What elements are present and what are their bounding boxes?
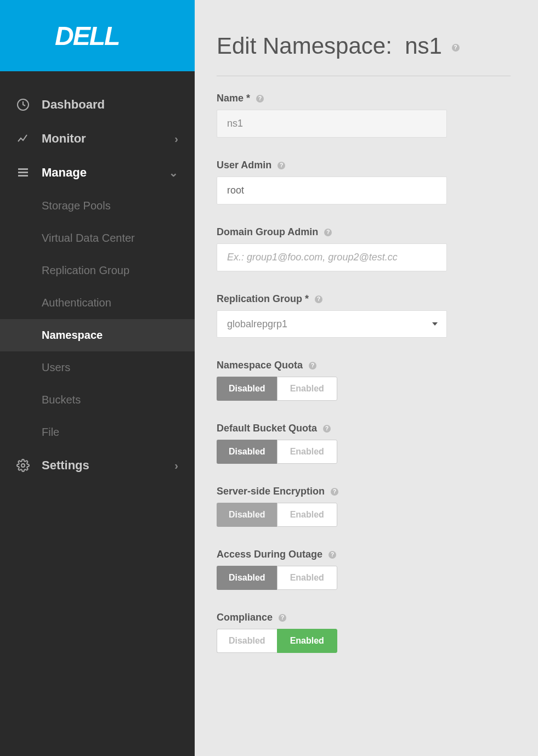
gear-icon <box>16 459 30 472</box>
compliance-label: Compliance ? <box>217 612 511 623</box>
bucket-quota-toggle: Disabled Enabled <box>217 440 337 464</box>
encryption-disabled-button[interactable]: Disabled <box>217 503 277 527</box>
name-label: Name * ? <box>217 93 511 104</box>
chart-icon <box>16 132 30 145</box>
encryption-label: Server-side Encryption ? <box>217 486 511 497</box>
submenu-authentication[interactable]: Authentication <box>0 287 195 319</box>
field-compliance: Compliance ? Disabled Enabled <box>217 612 511 653</box>
help-icon[interactable]: ? <box>256 95 264 103</box>
replication-group-label: Replication Group * ? <box>217 293 511 305</box>
domain-group-admin-label: Domain Group Admin ? <box>217 226 511 238</box>
svg-rect-2 <box>18 172 28 173</box>
svg-rect-3 <box>18 175 28 177</box>
replication-group-select[interactable]: globalrepgrp1 <box>217 310 447 338</box>
logo-header: DELL <box>0 0 195 71</box>
sidebar-item-label: Dashboard <box>42 98 178 112</box>
sidebar-item-label: Monitor <box>42 132 174 146</box>
chevron-right-icon: › <box>174 459 178 472</box>
help-icon[interactable]: ? <box>331 488 338 496</box>
bucket-quota-enabled-button[interactable]: Enabled <box>277 440 338 464</box>
svg-point-4 <box>21 464 25 467</box>
manage-submenu: Storage Pools Virtual Data Center Replic… <box>0 190 195 448</box>
sidebar-item-settings[interactable]: Settings › <box>0 448 195 482</box>
outage-label: Access During Outage ? <box>217 549 511 560</box>
compliance-disabled-button[interactable]: Disabled <box>217 629 277 653</box>
page-title: Edit Namespace: ns1 ? <box>217 33 511 76</box>
sidebar: DELL Dashboard Monitor › Manage ⌄ Storag… <box>0 0 195 756</box>
submenu-file[interactable]: File <box>0 416 195 448</box>
encryption-toggle: Disabled Enabled <box>217 503 337 527</box>
help-icon[interactable]: ? <box>452 44 460 52</box>
encryption-enabled-button[interactable]: Enabled <box>277 503 338 527</box>
bucket-quota-disabled-button[interactable]: Disabled <box>217 440 277 464</box>
chevron-right-icon: › <box>174 133 178 145</box>
name-input[interactable] <box>217 110 447 138</box>
help-icon[interactable]: ? <box>315 295 322 303</box>
submenu-replication-group[interactable]: Replication Group <box>0 254 195 287</box>
field-user-admin: User Admin ? <box>217 160 511 204</box>
sidebar-item-dashboard[interactable]: Dashboard <box>0 88 195 122</box>
outage-enabled-button[interactable]: Enabled <box>277 566 338 590</box>
namespace-quota-label: Namespace Quota ? <box>217 360 511 371</box>
submenu-namespace[interactable]: Namespace <box>0 319 195 351</box>
field-name: Name * ? <box>217 93 511 138</box>
sidebar-item-monitor[interactable]: Monitor › <box>0 122 195 156</box>
help-icon[interactable]: ? <box>279 614 286 622</box>
submenu-buckets[interactable]: Buckets <box>0 384 195 416</box>
chevron-down-icon: ⌄ <box>169 166 178 179</box>
sidebar-item-manage[interactable]: Manage ⌄ <box>0 156 195 190</box>
compliance-enabled-button[interactable]: Enabled <box>277 629 338 653</box>
compliance-toggle: Disabled Enabled <box>217 629 337 653</box>
submenu-users[interactable]: Users <box>0 351 195 384</box>
help-icon[interactable]: ? <box>278 162 285 169</box>
user-admin-label: User Admin ? <box>217 160 511 171</box>
sidebar-item-label: Manage <box>42 166 169 180</box>
namespace-quota-enabled-button[interactable]: Enabled <box>277 377 338 401</box>
outage-toggle: Disabled Enabled <box>217 566 337 590</box>
clock-icon <box>16 98 30 111</box>
namespace-quota-toggle: Disabled Enabled <box>217 377 337 401</box>
help-icon[interactable]: ? <box>323 425 331 433</box>
domain-group-admin-input[interactable] <box>217 243 447 271</box>
field-namespace-quota: Namespace Quota ? Disabled Enabled <box>217 360 511 401</box>
namespace-quota-disabled-button[interactable]: Disabled <box>217 377 277 401</box>
submenu-virtual-data-center[interactable]: Virtual Data Center <box>0 222 195 254</box>
help-icon[interactable]: ? <box>309 362 316 370</box>
main-content: Edit Namespace: ns1 ? Name * ? User Admi… <box>195 0 538 756</box>
page-title-prefix: Edit Namespace: <box>217 33 392 59</box>
grid-icon <box>16 166 30 179</box>
help-icon[interactable]: ? <box>329 551 336 559</box>
svg-rect-1 <box>18 168 28 170</box>
help-icon[interactable]: ? <box>324 229 332 236</box>
user-admin-input[interactable] <box>217 177 447 204</box>
field-replication-group: Replication Group * ? globalrepgrp1 <box>217 293 511 338</box>
outage-disabled-button[interactable]: Disabled <box>217 566 277 590</box>
submenu-storage-pools[interactable]: Storage Pools <box>0 190 195 222</box>
sidebar-item-label: Settings <box>42 458 174 473</box>
field-outage: Access During Outage ? Disabled Enabled <box>217 549 511 590</box>
page-title-value: ns1 <box>405 33 442 59</box>
field-bucket-quota: Default Bucket Quota ? Disabled Enabled <box>217 423 511 464</box>
brand-logo: DELL <box>55 21 119 51</box>
field-encryption: Server-side Encryption ? Disabled Enable… <box>217 486 511 527</box>
main-nav: Dashboard Monitor › Manage ⌄ Storage Poo… <box>0 71 195 482</box>
bucket-quota-label: Default Bucket Quota ? <box>217 423 511 434</box>
field-domain-group-admin: Domain Group Admin ? <box>217 226 511 271</box>
